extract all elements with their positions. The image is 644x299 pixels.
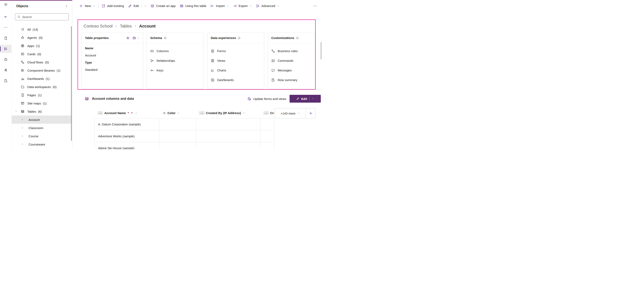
rail-history-button[interactable]	[0, 56, 12, 64]
info-icon[interactable]	[296, 36, 299, 40]
properties-settings-button[interactable]	[126, 36, 130, 40]
cell-account-name[interactable]: A. Datum Corporation (sample)	[94, 118, 159, 130]
rail-page-button[interactable]	[0, 34, 12, 42]
page-icon	[4, 36, 8, 40]
sidebar-item-component-libraries[interactable]: Component libraries (1)	[12, 66, 72, 74]
sidebar-item-course[interactable]: Course	[12, 132, 72, 140]
breadcrumb-tables[interactable]: Tables	[120, 24, 132, 28]
rail-more-button[interactable]	[0, 24, 12, 32]
sidebar-scrollbar[interactable]	[71, 26, 72, 141]
cell-color[interactable]	[159, 142, 196, 150]
add-column-button[interactable]	[306, 108, 316, 118]
sidebar-item-tables[interactable]: Tables (6)	[12, 107, 72, 116]
export-button[interactable]: Export	[231, 2, 254, 10]
search-input[interactable]	[22, 15, 66, 19]
forms-link[interactable]: Forms	[211, 46, 261, 56]
more-ellipsis-icon	[313, 4, 317, 8]
abc-column-icon: Abc	[150, 49, 154, 53]
collapse-sidebar-button[interactable]	[65, 5, 68, 8]
back-button[interactable]	[0, 13, 12, 21]
sidebar-item-dashboards[interactable]: Dashboards (1)	[12, 74, 72, 83]
history-clock-icon	[4, 58, 8, 61]
column-header-account-name[interactable]: Abc Account Name *	[94, 108, 159, 118]
sidebar-item-agents[interactable]: Agents (0)	[12, 34, 72, 42]
objects-sidebar: Objects 123 All (14) Agents (0)	[12, 0, 72, 150]
sidebar-item-courseware[interactable]: Courseware	[12, 140, 72, 148]
columns-link[interactable]: Abc Columns	[150, 46, 200, 56]
cell-extra[interactable]	[260, 142, 274, 150]
business-rules-link[interactable]: Business rules	[271, 46, 312, 56]
rail-launch-button[interactable]	[0, 66, 12, 74]
relationships-link[interactable]: Relationships	[150, 56, 200, 66]
briefcase-icon	[132, 36, 136, 40]
commands-icon	[271, 59, 275, 62]
card-title: Customizations	[271, 36, 294, 40]
dashboards-link[interactable]: Dashboards	[211, 75, 261, 85]
cell-account-name[interactable]: Adventure Works (sample)	[94, 130, 159, 142]
cell-color[interactable]	[159, 130, 196, 142]
app-window-icon	[151, 4, 154, 8]
update-forms-views-button[interactable]: Update forms and views	[248, 97, 286, 100]
cell-created-by-ip[interactable]	[196, 142, 260, 150]
column-header-color[interactable]: Color	[159, 108, 196, 118]
flow-icon	[21, 60, 25, 64]
breadcrumb-solution[interactable]: Contoso School	[84, 24, 112, 28]
cell-extra[interactable]	[260, 118, 274, 130]
sidebar-item-apps[interactable]: Apps (1)	[12, 42, 72, 50]
sidebar-item-data-workspaces[interactable]: Data workspaces (0)	[12, 83, 72, 91]
more-columns-button[interactable]: +143 more	[274, 108, 306, 118]
rail-export-button[interactable]	[0, 77, 12, 85]
using-this-table-button[interactable]: Using this table	[178, 2, 208, 10]
cell-extra[interactable]	[260, 130, 274, 142]
sidebar-item-site-maps[interactable]: Site maps (1)	[12, 99, 72, 107]
views-link[interactable]: Views	[211, 56, 261, 66]
button-divider	[309, 97, 310, 101]
sidebar-item-all[interactable]: 123 All (14)	[12, 25, 72, 34]
import-arrow-icon	[210, 4, 214, 8]
advanced-button[interactable]: Advanced	[254, 2, 282, 10]
library-bars-icon	[21, 68, 25, 72]
command-overflow-button[interactable]	[311, 2, 319, 10]
edit-button[interactable]: Edit	[126, 2, 148, 10]
rail-objects-button[interactable]	[0, 45, 12, 53]
commands-link[interactable]: Commands	[271, 56, 312, 66]
cell-account-name[interactable]: Alpine Ski House (sample)	[94, 142, 159, 150]
properties-tools-button[interactable]	[132, 36, 140, 40]
highlight-rectangle: Contoso School Tables Account Table prop…	[78, 20, 316, 90]
info-icon[interactable]	[238, 36, 240, 40]
cell-created-by-ip[interactable]	[196, 130, 260, 142]
chevron-down-icon	[93, 5, 95, 7]
vertical-scrollbar[interactable]	[320, 42, 322, 60]
cell-color[interactable]	[159, 118, 196, 130]
import-button[interactable]: Import	[208, 2, 231, 10]
chevron-down-icon	[249, 5, 252, 7]
cell-created-by-ip[interactable]	[196, 118, 260, 130]
sidebar-item-cloud-flows[interactable]: Cloud flows (0)	[12, 58, 72, 66]
breadcrumb: Contoso School Tables Account	[84, 22, 156, 30]
abc-type-chip: Abc	[264, 112, 268, 114]
columns-and-data-header: Account columns and data Update forms an…	[85, 94, 321, 103]
message-bubble-icon	[271, 68, 275, 72]
add-existing-button[interactable]: Add existing	[100, 2, 126, 10]
row-summary-link[interactable]: Row summary	[271, 75, 312, 85]
new-button[interactable]: New	[77, 2, 97, 10]
create-an-app-button[interactable]: Create an app	[148, 2, 178, 10]
chevron-left-icon	[65, 5, 68, 8]
chevron-right-icon	[21, 135, 26, 137]
sidebar-item-classroom[interactable]: Classroom	[12, 124, 72, 132]
grid-edit-button[interactable]: Edit	[290, 95, 321, 102]
keys-link[interactable]: Keys	[150, 66, 200, 75]
sidebar-item-account[interactable]: Account	[12, 116, 72, 124]
column-header-truncated[interactable]: Abc Crea	[260, 108, 274, 118]
sidebar-item-pages[interactable]: Pages (1)	[12, 91, 72, 99]
relationships-icon	[150, 59, 154, 62]
messages-link[interactable]: Messages	[271, 66, 312, 75]
column-header-created-by-ip[interactable]: Abc Created By (IP Address)	[196, 108, 260, 118]
svg-text:3: 3	[21, 30, 22, 31]
sidebar-item-cards[interactable]: Cards (0)	[12, 50, 72, 58]
table-window-icon	[180, 4, 184, 8]
charts-link[interactable]: Charts	[211, 66, 261, 75]
brand-strip	[0, 0, 72, 0]
info-icon[interactable]	[164, 36, 167, 40]
hamburger-menu-button[interactable]	[0, 0, 12, 8]
